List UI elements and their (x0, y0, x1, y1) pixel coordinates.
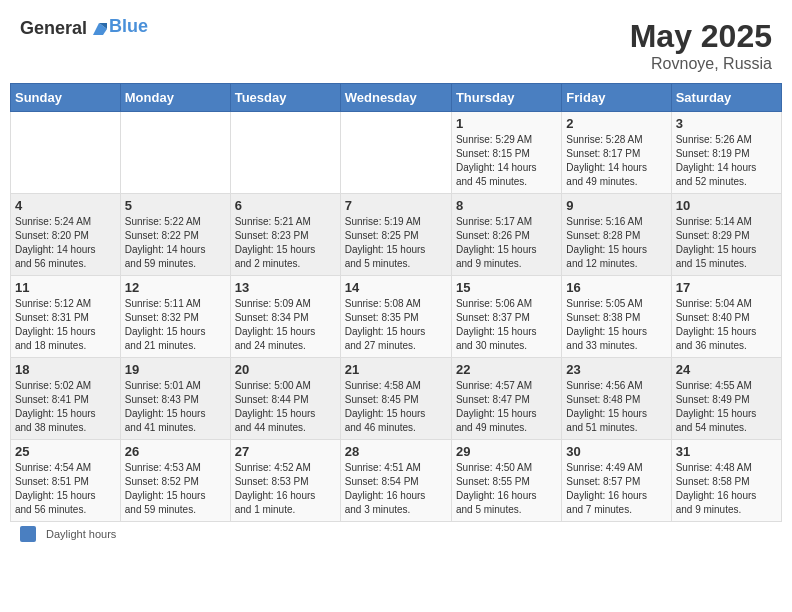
calendar-day-cell (230, 112, 340, 194)
weekday-header-cell: Wednesday (340, 84, 451, 112)
daylight-label: Daylight hours (42, 526, 120, 542)
day-info: Sunrise: 5:21 AM Sunset: 8:23 PM Dayligh… (235, 215, 336, 271)
weekday-header-cell: Sunday (11, 84, 121, 112)
day-info: Sunrise: 4:54 AM Sunset: 8:51 PM Dayligh… (15, 461, 116, 517)
calendar-day-cell: 24Sunrise: 4:55 AM Sunset: 8:49 PM Dayli… (671, 358, 781, 440)
calendar-day-cell: 25Sunrise: 4:54 AM Sunset: 8:51 PM Dayli… (11, 440, 121, 522)
calendar-day-cell: 15Sunrise: 5:06 AM Sunset: 8:37 PM Dayli… (451, 276, 561, 358)
day-number: 20 (235, 362, 336, 377)
calendar-day-cell: 6Sunrise: 5:21 AM Sunset: 8:23 PM Daylig… (230, 194, 340, 276)
day-number: 19 (125, 362, 226, 377)
day-info: Sunrise: 5:17 AM Sunset: 8:26 PM Dayligh… (456, 215, 557, 271)
day-number: 10 (676, 198, 777, 213)
calendar-day-cell: 9Sunrise: 5:16 AM Sunset: 8:28 PM Daylig… (562, 194, 671, 276)
day-number: 12 (125, 280, 226, 295)
calendar-day-cell: 5Sunrise: 5:22 AM Sunset: 8:22 PM Daylig… (120, 194, 230, 276)
day-number: 11 (15, 280, 116, 295)
calendar-day-cell (120, 112, 230, 194)
weekday-header-cell: Monday (120, 84, 230, 112)
day-info: Sunrise: 5:24 AM Sunset: 8:20 PM Dayligh… (15, 215, 116, 271)
calendar-week-row: 25Sunrise: 4:54 AM Sunset: 8:51 PM Dayli… (11, 440, 782, 522)
title-block: May 2025 Rovnoye, Russia (630, 18, 772, 73)
day-info: Sunrise: 5:11 AM Sunset: 8:32 PM Dayligh… (125, 297, 226, 353)
calendar-day-cell: 1Sunrise: 5:29 AM Sunset: 8:15 PM Daylig… (451, 112, 561, 194)
day-info: Sunrise: 4:53 AM Sunset: 8:52 PM Dayligh… (125, 461, 226, 517)
calendar-day-cell: 29Sunrise: 4:50 AM Sunset: 8:55 PM Dayli… (451, 440, 561, 522)
daylight-color-swatch (20, 526, 36, 542)
weekday-header-cell: Saturday (671, 84, 781, 112)
day-info: Sunrise: 4:58 AM Sunset: 8:45 PM Dayligh… (345, 379, 447, 435)
calendar-week-row: 1Sunrise: 5:29 AM Sunset: 8:15 PM Daylig… (11, 112, 782, 194)
day-info: Sunrise: 5:02 AM Sunset: 8:41 PM Dayligh… (15, 379, 116, 435)
day-info: Sunrise: 4:57 AM Sunset: 8:47 PM Dayligh… (456, 379, 557, 435)
day-info: Sunrise: 4:51 AM Sunset: 8:54 PM Dayligh… (345, 461, 447, 517)
calendar-title: May 2025 (630, 18, 772, 55)
day-info: Sunrise: 5:29 AM Sunset: 8:15 PM Dayligh… (456, 133, 557, 189)
day-number: 24 (676, 362, 777, 377)
calendar-day-cell (340, 112, 451, 194)
day-number: 31 (676, 444, 777, 459)
day-number: 17 (676, 280, 777, 295)
day-number: 3 (676, 116, 777, 131)
day-info: Sunrise: 5:09 AM Sunset: 8:34 PM Dayligh… (235, 297, 336, 353)
weekday-header-cell: Friday (562, 84, 671, 112)
weekday-header-cell: Tuesday (230, 84, 340, 112)
logo-blue-text: Blue (109, 16, 148, 37)
day-number: 13 (235, 280, 336, 295)
day-number: 29 (456, 444, 557, 459)
day-number: 16 (566, 280, 666, 295)
calendar-day-cell: 23Sunrise: 4:56 AM Sunset: 8:48 PM Dayli… (562, 358, 671, 440)
calendar-week-row: 18Sunrise: 5:02 AM Sunset: 8:41 PM Dayli… (11, 358, 782, 440)
day-info: Sunrise: 4:48 AM Sunset: 8:58 PM Dayligh… (676, 461, 777, 517)
calendar-day-cell: 31Sunrise: 4:48 AM Sunset: 8:58 PM Dayli… (671, 440, 781, 522)
day-number: 1 (456, 116, 557, 131)
calendar-day-cell: 18Sunrise: 5:02 AM Sunset: 8:41 PM Dayli… (11, 358, 121, 440)
day-number: 27 (235, 444, 336, 459)
day-number: 26 (125, 444, 226, 459)
calendar-day-cell: 4Sunrise: 5:24 AM Sunset: 8:20 PM Daylig… (11, 194, 121, 276)
day-number: 22 (456, 362, 557, 377)
calendar-day-cell: 7Sunrise: 5:19 AM Sunset: 8:25 PM Daylig… (340, 194, 451, 276)
day-info: Sunrise: 4:56 AM Sunset: 8:48 PM Dayligh… (566, 379, 666, 435)
day-info: Sunrise: 5:22 AM Sunset: 8:22 PM Dayligh… (125, 215, 226, 271)
day-number: 6 (235, 198, 336, 213)
calendar-day-cell: 13Sunrise: 5:09 AM Sunset: 8:34 PM Dayli… (230, 276, 340, 358)
calendar-day-cell: 12Sunrise: 5:11 AM Sunset: 8:32 PM Dayli… (120, 276, 230, 358)
calendar-week-row: 11Sunrise: 5:12 AM Sunset: 8:31 PM Dayli… (11, 276, 782, 358)
calendar-day-cell: 19Sunrise: 5:01 AM Sunset: 8:43 PM Dayli… (120, 358, 230, 440)
calendar-week-row: 4Sunrise: 5:24 AM Sunset: 8:20 PM Daylig… (11, 194, 782, 276)
day-number: 18 (15, 362, 116, 377)
calendar-day-cell: 2Sunrise: 5:28 AM Sunset: 8:17 PM Daylig… (562, 112, 671, 194)
day-number: 15 (456, 280, 557, 295)
day-number: 21 (345, 362, 447, 377)
day-info: Sunrise: 5:12 AM Sunset: 8:31 PM Dayligh… (15, 297, 116, 353)
day-info: Sunrise: 5:06 AM Sunset: 8:37 PM Dayligh… (456, 297, 557, 353)
day-number: 8 (456, 198, 557, 213)
day-number: 7 (345, 198, 447, 213)
logo: General Blue (20, 18, 148, 39)
logo-icon (89, 19, 109, 39)
calendar-day-cell: 21Sunrise: 4:58 AM Sunset: 8:45 PM Dayli… (340, 358, 451, 440)
calendar-day-cell: 14Sunrise: 5:08 AM Sunset: 8:35 PM Dayli… (340, 276, 451, 358)
day-number: 23 (566, 362, 666, 377)
calendar-day-cell: 17Sunrise: 5:04 AM Sunset: 8:40 PM Dayli… (671, 276, 781, 358)
day-info: Sunrise: 5:01 AM Sunset: 8:43 PM Dayligh… (125, 379, 226, 435)
day-number: 9 (566, 198, 666, 213)
day-number: 28 (345, 444, 447, 459)
calendar-location: Rovnoye, Russia (630, 55, 772, 73)
day-number: 4 (15, 198, 116, 213)
day-number: 5 (125, 198, 226, 213)
calendar-day-cell: 30Sunrise: 4:49 AM Sunset: 8:57 PM Dayli… (562, 440, 671, 522)
calendar-day-cell: 28Sunrise: 4:51 AM Sunset: 8:54 PM Dayli… (340, 440, 451, 522)
calendar-day-cell: 20Sunrise: 5:00 AM Sunset: 8:44 PM Dayli… (230, 358, 340, 440)
calendar-day-cell: 27Sunrise: 4:52 AM Sunset: 8:53 PM Dayli… (230, 440, 340, 522)
day-info: Sunrise: 5:14 AM Sunset: 8:29 PM Dayligh… (676, 215, 777, 271)
calendar-day-cell (11, 112, 121, 194)
day-number: 30 (566, 444, 666, 459)
day-info: Sunrise: 4:50 AM Sunset: 8:55 PM Dayligh… (456, 461, 557, 517)
weekday-header-cell: Thursday (451, 84, 561, 112)
calendar-day-cell: 11Sunrise: 5:12 AM Sunset: 8:31 PM Dayli… (11, 276, 121, 358)
day-info: Sunrise: 5:28 AM Sunset: 8:17 PM Dayligh… (566, 133, 666, 189)
calendar-table: SundayMondayTuesdayWednesdayThursdayFrid… (10, 83, 782, 522)
day-info: Sunrise: 5:05 AM Sunset: 8:38 PM Dayligh… (566, 297, 666, 353)
